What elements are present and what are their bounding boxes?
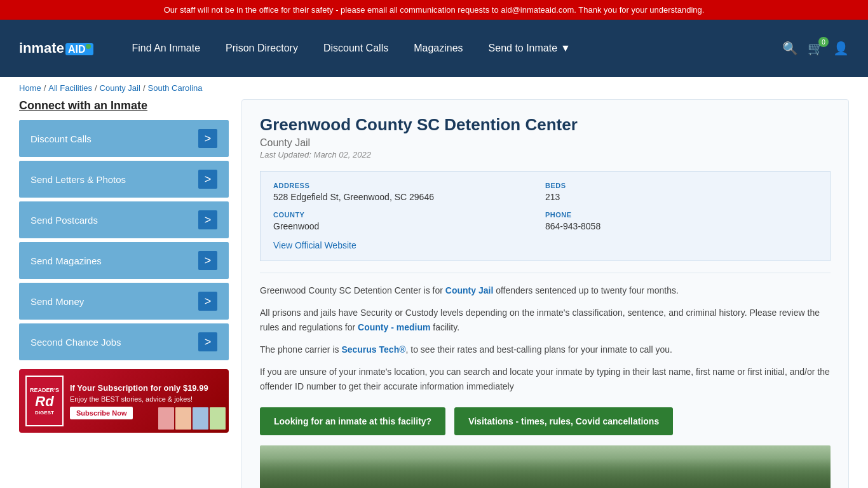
ad-subscribe-button[interactable]: Subscribe Now (70, 407, 133, 419)
logo-aid: AID (65, 43, 94, 55)
nav-magazines[interactable]: Magazines (401, 43, 475, 54)
beds-label: BEDS (545, 182, 817, 189)
bottom-buttons: Looking for an inmate at this facility? … (260, 407, 831, 435)
county-value: Greenwood (273, 221, 545, 231)
arrow-icon: > (198, 129, 217, 148)
find-inmate-btn[interactable]: Looking for an inmate at this facility? (260, 407, 445, 435)
phone-label: PHONE (545, 211, 817, 219)
facility-name: Greenwood County SC Detention Center (260, 115, 831, 135)
nav-discount-calls[interactable]: Discount Calls (311, 43, 401, 54)
nav-prison-directory[interactable]: Prison Directory (213, 43, 311, 54)
divider (260, 273, 831, 273)
facility-type: County Jail (260, 137, 831, 149)
photo-trees (260, 458, 831, 488)
breadcrumb-county-jail[interactable]: County Jail (100, 83, 140, 93)
breadcrumb: Home / All Facilities / County Jail / So… (0, 77, 868, 99)
chevron-down-icon: ▼ (560, 43, 571, 54)
county-jail-link[interactable]: County Jail (445, 285, 493, 295)
ad-logo-bottom: DIGEST (35, 410, 54, 416)
county-medium-link[interactable]: County - medium (358, 322, 430, 332)
logo-text: inmateAID (19, 40, 93, 57)
beds-value: 213 (545, 192, 817, 202)
nav-right: 🔍 🛒 0 👤 (782, 41, 849, 56)
ad-book-4 (210, 407, 226, 430)
main-content: Connect with an Inmate Discount Calls > … (0, 99, 868, 488)
cart-badge: 0 (818, 37, 829, 47)
phone-cell: PHONE 864-943-8058 (545, 211, 817, 231)
sidebar-title: Connect with an Inmate (19, 99, 229, 112)
alert-text: Our staff will not be in the office for … (164, 5, 705, 15)
ad-book-2 (175, 407, 191, 430)
facility-desc-1: Greenwood County SC Detention Center is … (260, 283, 831, 298)
logo-dot (86, 44, 91, 49)
sidebar: Connect with an Inmate Discount Calls > … (19, 99, 229, 488)
ad-headline: If Your Subscription for only $19.99 (70, 383, 222, 393)
sidebar-btn-discount-calls[interactable]: Discount Calls > (19, 120, 229, 157)
facility-desc-4: If you are unsure of your inmate's locat… (260, 365, 831, 394)
visitation-btn[interactable]: Visitations - times, rules, Covid cancel… (454, 407, 673, 435)
breadcrumb-home[interactable]: Home (19, 83, 41, 93)
nav-find-inmate[interactable]: Find An Inmate (119, 43, 213, 54)
breadcrumb-state[interactable]: South Carolina (148, 83, 203, 93)
ad-logo-top: READER'S (30, 387, 59, 393)
county-label: COUNTY (273, 211, 545, 219)
county-cell: COUNTY Greenwood (273, 211, 545, 231)
facility-desc-3: The phone carrier is Securus Tech®, to s… (260, 342, 831, 357)
facility-details-grid: ADDRESS 528 Edgefield St, Greenwood, SC … (260, 171, 831, 261)
address-value: 528 Edgefield St, Greenwood, SC 29646 (273, 192, 545, 202)
ad-logo: READER'S Rd DIGEST (25, 376, 64, 426)
sidebar-btn-send-money[interactable]: Send Money > (19, 283, 229, 320)
sidebar-btn-send-magazines[interactable]: Send Magazines > (19, 242, 229, 279)
official-website-link[interactable]: View Official Website (273, 240, 356, 250)
alert-bar: Our staff will not be in the office for … (0, 0, 868, 20)
beds-cell: BEDS 213 (545, 182, 817, 202)
ad-book-1 (158, 407, 174, 430)
ad-subtext: Enjoy the BEST stories, advice & jokes! (70, 395, 193, 403)
ad-book-3 (193, 407, 208, 430)
arrow-icon: > (198, 210, 217, 229)
logo[interactable]: inmateAID (19, 40, 93, 57)
arrow-icon: > (198, 292, 217, 311)
official-link-cell: View Official Website (273, 240, 545, 250)
sidebar-btn-second-chance[interactable]: Second Chance Jobs > (19, 323, 229, 360)
arrow-icon: > (198, 332, 217, 351)
search-icon[interactable]: 🔍 (782, 41, 798, 56)
breadcrumb-all-facilities[interactable]: All Facilities (48, 83, 92, 93)
sidebar-ad[interactable]: READER'S Rd DIGEST If Your Subscription … (19, 369, 229, 433)
nav-send-to-inmate[interactable]: Send to Inmate ▼ (476, 43, 583, 54)
cart-icon[interactable]: 🛒 0 (808, 41, 824, 56)
address-label: ADDRESS (273, 182, 545, 189)
sidebar-btn-send-postcards[interactable]: Send Postcards > (19, 201, 229, 238)
facility-panel: Greenwood County SC Detention Center Cou… (241, 99, 849, 488)
user-icon[interactable]: 👤 (833, 41, 849, 56)
securus-link[interactable]: Securus Tech® (341, 344, 405, 355)
ad-logo-rd: Rd (35, 393, 53, 410)
header: inmateAID Find An Inmate Prison Director… (0, 20, 868, 77)
ad-book-covers (158, 407, 226, 430)
main-nav: Find An Inmate Prison Directory Discount… (119, 43, 782, 54)
arrow-icon: > (198, 251, 217, 270)
facility-updated: Last Updated: March 02, 2022 (260, 150, 831, 159)
facility-desc-2: All prisons and jails have Security or C… (260, 306, 831, 335)
sidebar-btn-send-letters[interactable]: Send Letters & Photos > (19, 161, 229, 198)
address-cell: ADDRESS 528 Edgefield St, Greenwood, SC … (273, 182, 545, 202)
phone-value: 864-943-8058 (545, 221, 817, 231)
arrow-icon: > (198, 170, 217, 189)
facility-photo (260, 445, 831, 488)
